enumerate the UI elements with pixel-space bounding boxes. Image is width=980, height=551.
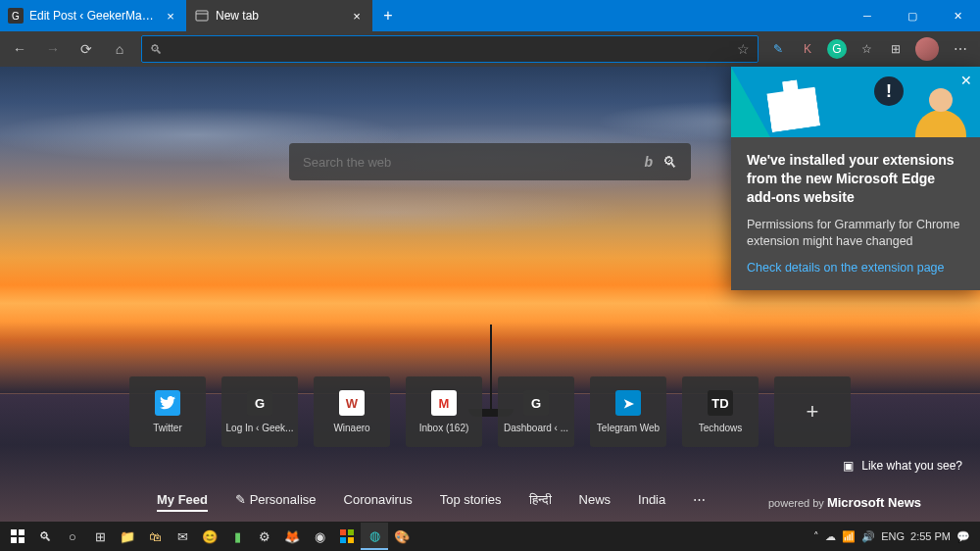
minimize-button[interactable]: ─ — [845, 0, 890, 31]
feed-nav-item[interactable]: News — [579, 492, 612, 512]
powered-by: powered by Microsoft News — [768, 495, 921, 510]
collections-icon[interactable]: ⊞ — [882, 35, 909, 63]
ext-pen[interactable]: ✎ — [764, 35, 792, 63]
bing-icon: b — [644, 154, 653, 170]
search-icon: 🔍︎ — [150, 42, 163, 57]
person-illustration — [911, 88, 972, 137]
notification-text: Permissions for Grammarly for Chrome ext… — [747, 217, 964, 251]
tile-label: Techdows — [699, 423, 742, 433]
quick-links: TwitterGLog In ‹ Geek...WWinaeroMInbox (… — [129, 376, 851, 447]
favorites-icon[interactable]: ☆ — [853, 35, 880, 63]
taskview-icon[interactable]: ⊞ — [86, 523, 114, 550]
svg-rect-7 — [348, 529, 354, 535]
tray-lang[interactable]: ENG — [881, 530, 905, 542]
app-store[interactable]: 🛍 — [141, 523, 169, 550]
feed-nav-item[interactable]: Top stories — [440, 492, 502, 512]
app-chrome[interactable]: ◉ — [306, 523, 333, 550]
like-what-you-see[interactable]: ▣ Like what you see? — [843, 459, 962, 473]
tile-icon: G — [247, 390, 272, 416]
tab-geekermag[interactable]: G Edit Post ‹ GeekerMag — WordP × — [0, 0, 186, 31]
svg-rect-0 — [196, 11, 208, 21]
tray-volume-icon[interactable]: 🔊 — [861, 530, 875, 543]
address-bar[interactable]: 🔍︎ ☆ — [141, 35, 759, 63]
favorite-icon[interactable]: ☆ — [737, 41, 750, 57]
app-mail[interactable]: ✉ — [169, 523, 196, 550]
quick-link-tile[interactable]: GLog In ‹ Geek... — [221, 376, 298, 447]
close-window-button[interactable]: ✕ — [935, 0, 980, 31]
tray-clock[interactable]: 2:55 PM — [910, 530, 951, 542]
like-label: Like what you see? — [861, 459, 962, 473]
tile-icon: TD — [708, 390, 733, 416]
app-green[interactable]: ▮ — [223, 523, 251, 550]
maximize-button[interactable]: ▢ — [890, 0, 935, 31]
tab-label: New tab — [216, 9, 343, 23]
notification-link[interactable]: Check details on the extension page — [747, 261, 964, 275]
forward-button[interactable]: → — [37, 33, 69, 65]
search-submit-icon[interactable]: 🔍︎ — [662, 154, 677, 171]
quick-link-tile[interactable]: WWinaero — [314, 376, 390, 447]
feed-nav-item[interactable]: ✎ Personalise — [235, 492, 317, 512]
app-firefox[interactable]: 🦊 — [278, 523, 306, 550]
web-search-input[interactable] — [303, 155, 644, 170]
cortana-icon[interactable]: ○ — [59, 523, 86, 550]
quick-link-tile[interactable]: ➤Telegram Web — [590, 376, 666, 447]
feed-nav-item[interactable]: Coronavirus — [344, 492, 413, 512]
svg-rect-2 — [11, 529, 17, 535]
home-button[interactable]: ⌂ — [104, 33, 135, 65]
close-icon[interactable]: × — [163, 8, 178, 24]
system-tray: ˄ ☁ 📶 🔊 ENG 2:55 PM 💬 — [813, 530, 976, 543]
ext-k[interactable]: K — [794, 35, 821, 63]
refresh-button[interactable]: ⟳ — [71, 33, 102, 65]
quick-link-tile[interactable]: MInbox (162) — [406, 376, 482, 447]
app-settings[interactable]: ⚙ — [251, 523, 278, 550]
start-button[interactable] — [4, 523, 31, 550]
back-button[interactable]: ← — [4, 33, 35, 65]
feed-nav-item[interactable]: हिन्दी — [529, 492, 552, 512]
tab-newtab[interactable]: New tab × — [186, 0, 372, 31]
quick-link-tile[interactable]: Twitter — [129, 376, 206, 447]
feed-nav-item[interactable]: ⋯ — [693, 492, 706, 512]
address-input[interactable] — [169, 42, 737, 57]
feed-nav-item[interactable]: India — [638, 492, 665, 512]
app-edge[interactable]: ◍ — [361, 523, 388, 550]
profile-avatar[interactable] — [915, 37, 939, 61]
tile-icon: W — [339, 390, 365, 416]
tile-label: Winaero — [333, 423, 369, 433]
quick-link-tile[interactable]: GDashboard ‹ ... — [498, 376, 574, 447]
web-search-box[interactable]: b 🔍︎ — [289, 143, 691, 180]
extension-notification: ! ✕ We've installed your extensions from… — [731, 67, 980, 290]
tray-onedrive-icon[interactable]: ☁ — [825, 530, 836, 543]
tray-notifications-icon[interactable]: 💬 — [956, 530, 970, 543]
add-tile-button[interactable]: + — [774, 376, 851, 447]
app-emoji[interactable]: 😊 — [196, 523, 223, 550]
ext-grammarly[interactable]: G — [827, 39, 847, 59]
tray-chevron-icon[interactable]: ˄ — [813, 530, 819, 543]
app-explorer[interactable]: 📁 — [114, 523, 141, 550]
svg-rect-4 — [11, 537, 17, 543]
menu-button[interactable]: ⋯ — [945, 33, 976, 65]
app-paint[interactable]: 🎨 — [388, 523, 416, 550]
puzzle-icon — [765, 77, 820, 132]
tile-icon: ➤ — [615, 390, 641, 416]
favicon: G — [8, 8, 24, 24]
svg-rect-8 — [340, 537, 346, 543]
feed-nav: My Feed✎ PersonaliseCoronavirusTop stori… — [0, 492, 980, 512]
search-icon[interactable]: 🔍︎ — [31, 523, 59, 550]
svg-rect-9 — [348, 537, 354, 543]
close-icon[interactable]: × — [349, 8, 365, 24]
tile-label: Dashboard ‹ ... — [504, 423, 568, 433]
notification-title: We've installed your extensions from the… — [747, 151, 964, 207]
notification-hero: ! ✕ — [731, 67, 980, 137]
feed-nav-item[interactable]: My Feed — [157, 492, 208, 512]
toolbar: ← → ⟳ ⌂ 🔍︎ ☆ ✎KG☆⊞ ⋯ — [0, 31, 980, 67]
close-icon[interactable]: ✕ — [960, 73, 972, 88]
app-ms[interactable] — [333, 523, 361, 550]
tile-label: Inbox (162) — [419, 423, 469, 433]
tile-icon: G — [523, 390, 549, 416]
favicon — [194, 8, 210, 24]
new-tab-button[interactable]: + — [372, 0, 404, 31]
exclaim-icon: ! — [874, 76, 904, 106]
quick-link-tile[interactable]: TDTechdows — [682, 376, 759, 447]
plus-icon: + — [807, 399, 819, 425]
tray-wifi-icon[interactable]: 📶 — [842, 530, 856, 543]
